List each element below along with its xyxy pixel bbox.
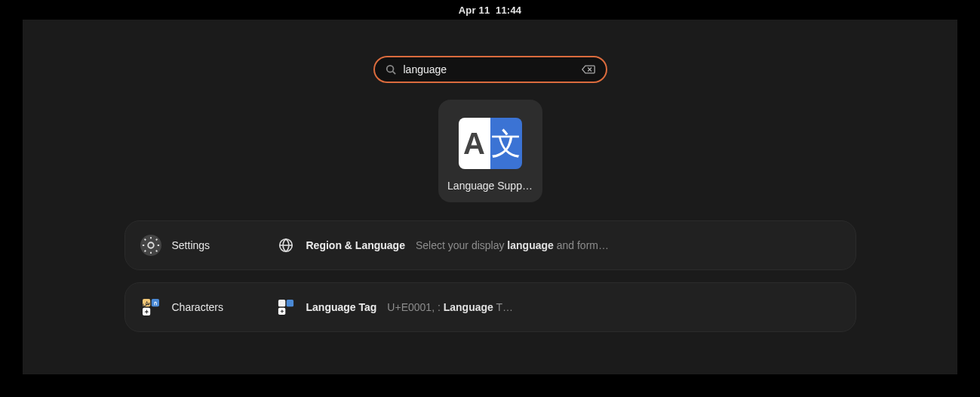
provider-header[interactable]: ش ก ✦ Characters — [140, 297, 261, 318]
svg-text:ก: ก — [154, 300, 157, 306]
settings-region-language[interactable]: Region & Language Select your display la… — [276, 235, 609, 255]
clear-search-icon[interactable] — [582, 64, 595, 75]
search-area — [23, 56, 957, 83]
svg-point-0 — [386, 66, 393, 72]
language-support-icon: A 文 — [459, 118, 522, 169]
characters-icon: ش ก ✦ — [140, 297, 161, 318]
viewport: Apr 11 11:44 — [0, 0, 980, 397]
globe-icon — [276, 235, 296, 255]
search-results: Settings Region & Language — [23, 220, 957, 332]
search-field[interactable] — [373, 56, 607, 83]
clock-label[interactable]: Apr 11 11:44 — [459, 5, 522, 16]
settings-icon — [140, 235, 161, 256]
svg-point-4 — [148, 242, 153, 248]
provider-label: Characters — [172, 301, 223, 313]
character-result-icon: ✦ — [276, 297, 296, 317]
app-results: A 文 Language Supp… — [23, 100, 957, 202]
provider-characters: ش ก ✦ Characters — [124, 282, 856, 332]
search-icon — [386, 64, 396, 75]
provider-settings: Settings Region & Language — [124, 220, 856, 270]
svg-rect-13 — [286, 300, 293, 306]
svg-text:ش: ش — [143, 300, 150, 307]
hit-title: Region & Language — [306, 239, 405, 251]
svg-rect-12 — [278, 300, 284, 306]
activities-overview: Apr 11 11:44 — [23, 0, 957, 374]
hit-subtitle: U+E0001, : Language T… — [387, 301, 513, 313]
app-language-support[interactable]: A 文 Language Supp… — [438, 100, 542, 202]
hit-title: Language Tag — [306, 301, 377, 313]
svg-text:✦: ✦ — [279, 308, 284, 315]
svg-line-1 — [392, 72, 395, 75]
svg-text:✦: ✦ — [143, 309, 149, 315]
app-label: Language Supp… — [447, 180, 533, 192]
provider-label: Settings — [172, 239, 210, 251]
search-input[interactable] — [404, 63, 574, 75]
top-bar: Apr 11 11:44 — [23, 0, 957, 20]
provider-header[interactable]: Settings — [140, 235, 261, 256]
hit-subtitle: Select your display language and form… — [416, 239, 609, 251]
characters-language-tag[interactable]: ✦ Language Tag U+E0001, : Language T… — [276, 297, 514, 317]
